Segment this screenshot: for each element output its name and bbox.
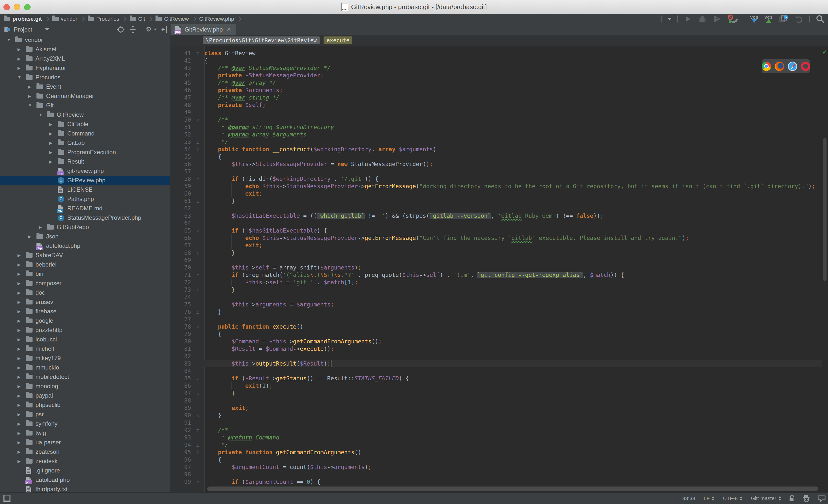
line-number[interactable]: 91 (170, 420, 191, 426)
chevron-collapsed-icon[interactable]: ▶ (49, 150, 58, 155)
fold-end-icon[interactable]: ▵ (191, 250, 204, 256)
code-line[interactable]: 94▵ */ (170, 441, 822, 449)
code-line[interactable]: 45 /** @var array */ (170, 79, 822, 86)
line-number[interactable]: 90 (170, 412, 191, 419)
line-number[interactable]: 74 (170, 294, 191, 300)
code-line[interactable]: 44 private $StatusMessageProvider; (170, 72, 822, 79)
chevron-collapsed-icon[interactable]: ▶ (17, 403, 26, 408)
line-number[interactable]: 67 (170, 242, 191, 249)
chevron-collapsed-icon[interactable]: ▶ (17, 337, 26, 342)
tree-item[interactable]: ▶SabreDAV (0, 251, 170, 260)
line-number[interactable]: 87 (170, 390, 191, 396)
chevron-collapsed-icon[interactable]: ▶ (17, 450, 26, 454)
code-line[interactable]: 96 { (170, 456, 822, 463)
code-line[interactable]: 80 $Command = $this->getCommandFromArgum… (170, 338, 822, 345)
code-line[interactable]: 72 $this->self = 'git ' . $match[1]; (170, 279, 822, 286)
chevron-collapsed-icon[interactable]: ▶ (49, 131, 58, 136)
code-line[interactable]: 93 * @return Command (170, 434, 822, 441)
code-line[interactable]: 42{ (170, 57, 822, 64)
status-git-master[interactable]: Git: master (751, 495, 781, 501)
fold-start-icon[interactable]: ▿ (191, 228, 204, 234)
code-line[interactable]: 70 $this->self = array_shift($arguments)… (170, 264, 822, 271)
line-number[interactable]: 80 (170, 338, 191, 345)
code-line[interactable]: 66 echo $this->StatusMessageProvider->ge… (170, 234, 822, 242)
zoom-window-button[interactable] (24, 4, 31, 10)
close-window-button[interactable] (3, 4, 10, 10)
code-line[interactable]: 91 (170, 419, 822, 426)
chevron-collapsed-icon[interactable]: ▶ (49, 141, 58, 145)
tree-item[interactable]: ▶monolog (0, 382, 170, 391)
vcs-commit-icon[interactable]: VCS (764, 15, 773, 23)
fold-start-icon[interactable]: ▿ (191, 176, 204, 182)
line-number[interactable]: 53 (170, 139, 191, 145)
code-line[interactable]: 56 $this->StatusMessageProvider = new St… (170, 160, 822, 168)
search-everywhere-icon[interactable] (816, 14, 825, 24)
hector-inspector-icon[interactable] (802, 494, 810, 502)
line-number[interactable]: 71 (170, 272, 191, 278)
status-lf[interactable]: LF (704, 495, 715, 501)
collapse-all-icon[interactable] (129, 26, 136, 34)
code-line[interactable]: 82 (170, 352, 822, 360)
tree-item[interactable]: ▶lcobucci (0, 335, 170, 344)
code-line[interactable]: 89 exit; (170, 404, 822, 412)
chevron-collapsed-icon[interactable]: ▶ (17, 365, 26, 370)
tree-item[interactable]: ▶doc (0, 288, 170, 297)
line-number[interactable]: 58 (170, 176, 191, 182)
line-number[interactable]: 96 (170, 457, 191, 463)
tree-item[interactable]: CStatusMessageProvider.php (0, 213, 170, 222)
tab-gitreview-php[interactable]: php GitReview.php ✕ (171, 24, 236, 35)
horizontal-scrollbar[interactable] (207, 487, 818, 491)
code-line[interactable]: 87▵ } (170, 389, 822, 397)
code-line[interactable]: 61▵ } (170, 197, 822, 205)
code-line[interactable]: 46 private $arguments; (170, 86, 822, 94)
tree-item[interactable]: ▶zendesk (0, 457, 170, 466)
line-number[interactable]: 50 (170, 117, 191, 123)
stop-listening-icon[interactable] (727, 14, 738, 24)
tree-item[interactable]: phpgit-review.php (0, 166, 170, 176)
breadcrumb-item[interactable]: Git (128, 16, 147, 22)
code-line[interactable]: 78▿ public function execute() (170, 323, 822, 330)
opera-icon[interactable] (801, 61, 810, 71)
code-line[interactable]: 83 $this->outputResult($Result); (170, 360, 822, 367)
tree-item[interactable]: ▶bin (0, 269, 170, 279)
tree-item[interactable]: ▼Git (0, 101, 170, 110)
code-line[interactable]: 79 { (170, 330, 822, 338)
chevron-collapsed-icon[interactable]: ▶ (17, 262, 26, 267)
tool-window-switcher-icon[interactable] (3, 494, 11, 502)
line-number[interactable]: 92 (170, 427, 191, 433)
tree-item[interactable]: ▶google (0, 316, 170, 325)
chevron-expanded-icon[interactable]: ▼ (7, 38, 15, 42)
tree-item[interactable]: LICENSE (0, 185, 170, 194)
code-line[interactable]: 73▵ } (170, 286, 822, 293)
fold-end-icon[interactable]: ▵ (191, 139, 204, 145)
close-tab-icon[interactable]: ✕ (227, 26, 231, 33)
fold-start-icon[interactable]: ▿ (191, 427, 204, 433)
fold-end-icon[interactable]: ▵ (191, 287, 204, 293)
tree-item[interactable]: ▶Array2XML (0, 54, 170, 63)
tree-item[interactable]: ▶ua-parser (0, 438, 170, 447)
line-number[interactable]: 86 (170, 383, 191, 389)
code-line[interactable]: 97 $argumentCount = count($this->argumen… (170, 463, 822, 471)
chevron-collapsed-icon[interactable]: ▶ (17, 356, 26, 361)
line-number[interactable]: 83 (170, 361, 191, 367)
line-number[interactable]: 56 (170, 161, 191, 167)
code-line[interactable]: 98 (170, 471, 822, 478)
chevron-collapsed-icon[interactable]: ▶ (17, 253, 26, 258)
fold-start-icon[interactable]: ▿ (191, 117, 204, 123)
code-line[interactable]: 85▿ if ($Result->getStatus() == Result::… (170, 375, 822, 382)
code-line[interactable]: 65▿ if (!$hasGitLabExecutable) { (170, 227, 822, 234)
chrome-icon[interactable] (762, 61, 771, 71)
tree-item[interactable]: ▶beberlei (0, 260, 170, 269)
run-icon[interactable] (684, 15, 692, 23)
tree-item[interactable]: ▶Command (0, 129, 170, 138)
line-number[interactable]: 68 (170, 250, 191, 256)
code-line[interactable]: 92▿ /** (170, 426, 822, 434)
fold-start-icon[interactable]: ▿ (191, 50, 204, 56)
chevron-collapsed-icon[interactable]: ▶ (17, 393, 26, 398)
status-83-38[interactable]: 83:38 (682, 495, 695, 501)
run-config-dropdown[interactable] (661, 15, 678, 23)
tree-item[interactable]: ▶mmucklo (0, 363, 170, 372)
code-line[interactable]: 62 (170, 205, 822, 212)
chevron-collapsed-icon[interactable]: ▶ (28, 234, 37, 239)
tree-item[interactable]: ▶michelf (0, 344, 170, 353)
